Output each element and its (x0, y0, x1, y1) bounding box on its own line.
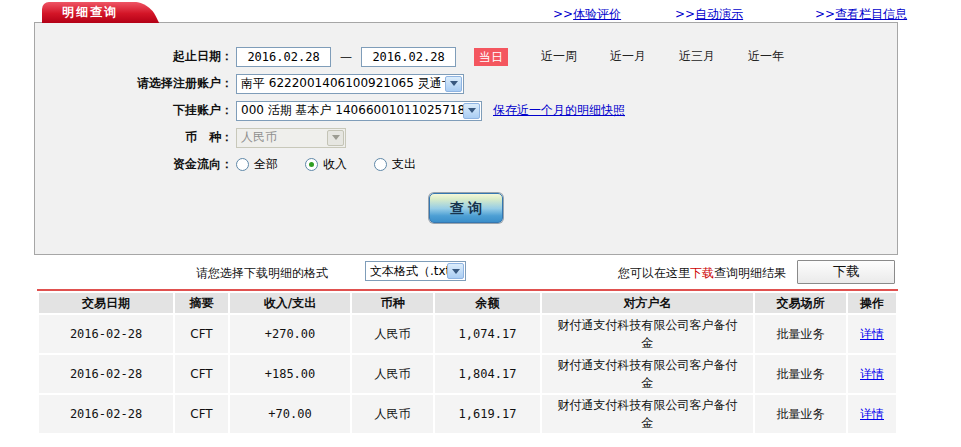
col-venue: 交易场所 (755, 293, 846, 313)
sub-account-content: 000 活期 基本户 1406600101102571848 保存近一个月的明细… (236, 101, 625, 121)
cell-amount: +70.00 (230, 395, 350, 433)
col-trade-date: 交易日期 (39, 293, 173, 313)
radio-checked-icon[interactable] (305, 158, 318, 171)
date-separator: — (340, 50, 352, 64)
link-auto-demo[interactable]: >>自动演示 (675, 6, 743, 23)
link-view-column-info[interactable]: >>查看栏目信息 (815, 6, 907, 23)
currency-label: 币 种： (35, 129, 233, 146)
currency-value: 人民币 (241, 129, 277, 146)
cell-trade-date: 2016-02-28 (39, 395, 173, 433)
download-format-label: 请您选择下载明细的格式 (196, 265, 328, 282)
register-account-select[interactable]: 南平 6222001406100921065 灵通卡 (236, 74, 464, 94)
cell-venue: 批量业务 (755, 395, 846, 433)
cell-balance: 1,074.17 (435, 315, 540, 353)
link-label: 体验评价 (573, 7, 621, 21)
fund-flow-content: 全部 收入 支出 (236, 156, 443, 173)
sub-account-select[interactable]: 000 活期 基本户 1406600101102571848 (236, 101, 482, 121)
dropdown-arrow-icon[interactable] (445, 76, 462, 92)
query-form-panel: 起止日期： — 当日 近一周 近一月 近三月 近一年 请选择注册账户： 南平 6… (34, 22, 898, 255)
cell-venue: 批量业务 (755, 355, 846, 393)
quick-range-quarter[interactable]: 近三月 (679, 48, 715, 65)
table-header-row: 交易日期 摘要 收入/支出 币种 余额 对方户名 交易场所 操作 (39, 293, 896, 313)
radio-unchecked-icon[interactable] (374, 158, 387, 171)
table-row: 2016-02-28 CFT +70.00 人民币 1,619.17 财付通支付… (39, 395, 896, 433)
detail-link[interactable]: 详情 (860, 327, 884, 341)
quick-range-month[interactable]: 近一月 (610, 48, 646, 65)
currency-select: 人民币 (236, 128, 346, 148)
download-hint: 您可以在这里下载查询明细结果 (618, 265, 786, 282)
transactions-table: 交易日期 摘要 收入/支出 币种 余额 对方户名 交易场所 操作 2016-02… (37, 291, 898, 435)
cell-balance: 1,804.17 (435, 355, 540, 393)
radio-label: 收入 (323, 156, 347, 173)
sub-account-label: 下挂账户： (35, 102, 233, 119)
link-prefix: >> (675, 7, 695, 21)
download-bar: 请您选择下载明细的格式 文本格式（.txt） 您可以在这里下载查询明细结果 下载 (0, 258, 961, 288)
quick-range-week[interactable]: 近一周 (541, 48, 577, 65)
sub-account-row: 下挂账户： 000 活期 基本户 1406600101102571848 保存近… (35, 100, 897, 121)
fund-flow-option-income[interactable]: 收入 (305, 156, 347, 173)
currency-content: 人民币 (236, 128, 346, 148)
radio-unchecked-icon[interactable] (236, 158, 249, 171)
cell-amount: +185.00 (230, 355, 350, 393)
cell-counterparty: 财付通支付科技有限公司客户备付金 (542, 315, 753, 353)
dropdown-arrow-icon[interactable] (463, 103, 480, 119)
register-account-row: 请选择注册账户： 南平 6222001406100921065 灵通卡 (35, 73, 897, 94)
cell-counterparty: 财付通支付科技有限公司客户备付金 (542, 355, 753, 393)
date-range-label: 起止日期： (35, 48, 233, 65)
table-row: 2016-02-28 CFT +270.00 人民币 1,074.17 财付通支… (39, 315, 896, 353)
tab-detail-query[interactable]: 明细查询 (42, 2, 138, 23)
col-currency: 币种 (352, 293, 433, 313)
start-date-input[interactable] (236, 47, 331, 67)
hint-download-word: 下载 (690, 266, 714, 280)
col-counterparty: 对方户名 (542, 293, 753, 313)
end-date-input[interactable] (361, 47, 456, 67)
fund-flow-row: 资金流向： 全部 收入 支出 (35, 154, 897, 175)
tab-title: 明细查询 (62, 5, 118, 19)
radio-label: 支出 (392, 156, 416, 173)
register-account-content: 南平 6222001406100921065 灵通卡 (236, 74, 464, 94)
radio-label: 全部 (254, 156, 278, 173)
query-button[interactable]: 查 询 (429, 193, 503, 223)
query-button-row: 查 询 (35, 193, 897, 223)
detail-link[interactable]: 详情 (860, 367, 884, 381)
link-prefix: >> (553, 7, 573, 21)
cell-amount: +270.00 (230, 315, 350, 353)
table-row: 2016-02-28 CFT +185.00 人民币 1,804.17 财付通支… (39, 355, 896, 393)
cell-summary: CFT (175, 355, 228, 393)
link-label: 自动演示 (695, 7, 743, 21)
link-experience-review[interactable]: >>体验评价 (553, 6, 621, 23)
cell-trade-date: 2016-02-28 (39, 355, 173, 393)
dropdown-arrow-icon (327, 130, 344, 146)
cell-trade-date: 2016-02-28 (39, 315, 173, 353)
results-table-wrap: 交易日期 摘要 收入/支出 币种 余额 对方户名 交易场所 操作 2016-02… (37, 289, 898, 435)
col-balance: 余额 (435, 293, 540, 313)
detail-link[interactable]: 详情 (860, 407, 884, 421)
page: 明细查询 >>体验评价 >>自动演示 >>查看栏目信息 起止日期： — 当日 近… (0, 0, 961, 447)
cell-venue: 批量业务 (755, 315, 846, 353)
download-format-select[interactable]: 文本格式（.txt） (365, 261, 466, 281)
download-button[interactable]: 下载 (797, 260, 895, 284)
dropdown-arrow-icon[interactable] (447, 263, 464, 279)
fund-flow-option-expense[interactable]: 支出 (374, 156, 416, 173)
snapshot-link[interactable]: 保存近一个月的明细快照 (493, 102, 625, 119)
quick-range-year[interactable]: 近一年 (748, 48, 784, 65)
hint-text: 您可以在这里 (618, 266, 690, 280)
date-range-row: 起止日期： — 当日 近一周 近一月 近三月 近一年 (35, 46, 897, 67)
cell-summary: CFT (175, 395, 228, 433)
link-label: 查看栏目信息 (835, 7, 907, 21)
register-account-label: 请选择注册账户： (35, 75, 233, 92)
hint-text: 查询明细结果 (714, 266, 786, 280)
cell-currency: 人民币 (352, 315, 433, 353)
link-prefix: >> (815, 7, 835, 21)
col-summary: 摘要 (175, 293, 228, 313)
col-action: 操作 (848, 293, 896, 313)
sub-account-value: 000 活期 基本户 1406600101102571848 (241, 102, 480, 119)
currency-row: 币 种： 人民币 (35, 127, 897, 148)
cell-balance: 1,619.17 (435, 395, 540, 433)
fund-flow-option-all[interactable]: 全部 (236, 156, 278, 173)
date-range-content: — 当日 近一周 近一月 近三月 近一年 (236, 47, 784, 67)
quick-range-today[interactable]: 当日 (474, 48, 508, 66)
cell-counterparty: 财付通支付科技有限公司客户备付金 (542, 395, 753, 433)
cell-currency: 人民币 (352, 355, 433, 393)
col-income-expense: 收入/支出 (230, 293, 350, 313)
